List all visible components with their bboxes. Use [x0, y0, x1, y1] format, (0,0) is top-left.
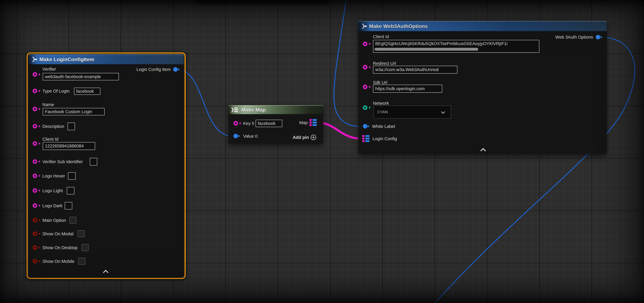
pin-label-login-config: Login Config: [372, 136, 397, 141]
type-of-login-input[interactable]: facebook: [74, 88, 100, 95]
offscreen-node-partial[interactable]: [197, 0, 329, 2]
make-struct-icon: [361, 23, 368, 29]
pin-label-map: Map: [299, 120, 308, 125]
logo-light-input[interactable]: [67, 187, 74, 194]
pin-verifier-sub-identifier[interactable]: [32, 159, 37, 164]
pin-label-verifier-sub-identifier: Verifier Sub Identifier: [42, 159, 83, 164]
wire-top-to-whitelabel[interactable]: [334, 0, 362, 126]
pin-label-main-option: Main Option: [42, 218, 66, 223]
pin-label-client-id: Client Id: [373, 34, 389, 39]
show-on-modal-checkbox[interactable]: [78, 230, 84, 237]
pin-label-web3auth-options: Web 3Auth Options: [555, 35, 593, 40]
node-make-loginconfigitem[interactable]: Make LoginConfigItem Login Config Item V…: [28, 54, 184, 277]
pin-output-web3auth-options[interactable]: [596, 35, 600, 40]
pin-label-logo-hover: Logo Hover: [42, 174, 65, 178]
pin-logo-dark[interactable]: [32, 203, 37, 208]
pin-show-on-modal[interactable]: [32, 232, 37, 236]
add-pin-label[interactable]: Add pin: [293, 135, 309, 140]
description-input[interactable]: [68, 122, 75, 130]
node-title: Make LoginConfigItem: [40, 56, 94, 62]
add-pin-icon[interactable]: +: [311, 135, 316, 140]
pin-label-name: Name: [42, 102, 54, 107]
pin-description[interactable]: [32, 124, 37, 128]
pin-label-type-of-login: Type Of Login: [42, 89, 70, 94]
blueprint-graph-canvas[interactable]: Make LoginConfigItem Login Config Item V…: [0, 0, 644, 303]
pin-label-show-on-mobile: Show On Mobile: [42, 259, 74, 264]
node-title: Make Web3AuthOptions: [369, 23, 428, 29]
collapse-chevron-icon[interactable]: [103, 270, 108, 275]
pin-show-on-desktop[interactable]: [32, 245, 37, 250]
pin-label-redirect-url: Redirect Url: [373, 61, 396, 66]
redirect-url-input[interactable]: w3a://com.w3a.Web3AuthUnreal: [373, 66, 458, 74]
pin-label-value-0: Value 0: [243, 134, 258, 139]
pin-label-network: Network: [373, 101, 389, 106]
make-struct-icon: [31, 56, 38, 62]
pin-label-description: Description: [42, 124, 64, 129]
wire-loginconfigitem-to-value0[interactable]: [178, 70, 232, 136]
logo-hover-input[interactable]: [68, 172, 76, 180]
pin-label-login-config-item: Login Config Item: [136, 67, 170, 72]
make-map-icon: [231, 107, 239, 113]
pin-label-show-on-modal: Show On Modal: [42, 232, 73, 236]
pin-type-of-login[interactable]: [32, 89, 37, 93]
pin-label-show-on-desktop: Show On Desktop: [42, 245, 78, 250]
pin-login-config[interactable]: [362, 135, 370, 142]
client-id-input[interactable]: BEglQSgt4cUWcj6SKRdu5QkOXTsePmMcusG5EAoy…: [373, 40, 539, 53]
pin-name[interactable]: [32, 107, 37, 111]
pin-client-id[interactable]: [363, 42, 368, 46]
show-on-mobile-checkbox[interactable]: [78, 258, 85, 265]
sdk-url-input[interactable]: https://sdk.openlogin.com: [373, 84, 442, 93]
show-on-desktop-checkbox[interactable]: [82, 244, 88, 251]
pin-verifier[interactable]: [32, 72, 37, 77]
pin-key-0[interactable]: [234, 121, 238, 126]
client-id-input[interactable]: 1222658941886084: [43, 142, 95, 150]
pin-label-verifier: Verifier: [42, 67, 56, 72]
verifier-input[interactable]: web3auth-facebook-example: [43, 73, 119, 80]
pin-value-0[interactable]: [234, 134, 238, 138]
pin-client-id[interactable]: [32, 141, 37, 146]
pin-logo-hover[interactable]: [32, 174, 37, 178]
node-make-map[interactable]: Make Map Key 0 facebook Map Value 0 Add …: [228, 105, 323, 144]
node-header[interactable]: Make LoginConfigItem: [28, 54, 184, 64]
pin-white-label[interactable]: [363, 124, 368, 128]
pin-label-sdk-url: Sdk Url: [373, 80, 387, 85]
collapse-chevron-icon[interactable]: [480, 148, 486, 154]
pin-output-map[interactable]: [310, 119, 317, 126]
pin-redirect-url[interactable]: [363, 65, 368, 70]
node-make-web3authoptions[interactable]: Make Web3AuthOptions Web 3Auth Options C…: [358, 21, 607, 154]
pin-network[interactable]: [363, 105, 368, 110]
main-option-checkbox[interactable]: [70, 217, 76, 224]
node-header[interactable]: Make Map: [228, 105, 323, 114]
pin-output-login-config-item[interactable]: [173, 67, 178, 72]
pin-label-logo-light: Logo Light: [42, 188, 63, 193]
network-dropdown[interactable]: CYAN: [374, 106, 451, 118]
name-input[interactable]: Facebook Custom Login: [43, 108, 105, 116]
pin-main-option[interactable]: [32, 218, 37, 222]
pin-logo-light[interactable]: [32, 188, 37, 193]
pin-label-client-id: Client Id: [42, 137, 58, 142]
pin-show-on-mobile[interactable]: [32, 259, 37, 264]
logo-dark-input[interactable]: [65, 202, 72, 210]
pin-sdk-url[interactable]: [363, 84, 368, 89]
pin-label-white-label: White Label: [372, 124, 395, 129]
node-title: Make Map: [241, 107, 266, 113]
pin-label-logo-dark: Logo Dark: [42, 203, 62, 208]
client-id-scrollbar[interactable]: [374, 48, 478, 51]
key-0-input[interactable]: facebook: [256, 120, 282, 127]
node-header[interactable]: Make Web3AuthOptions: [358, 21, 607, 31]
pin-label-key-0: Key 0: [243, 121, 254, 126]
verifier-sub-identifier-input[interactable]: [90, 158, 97, 166]
